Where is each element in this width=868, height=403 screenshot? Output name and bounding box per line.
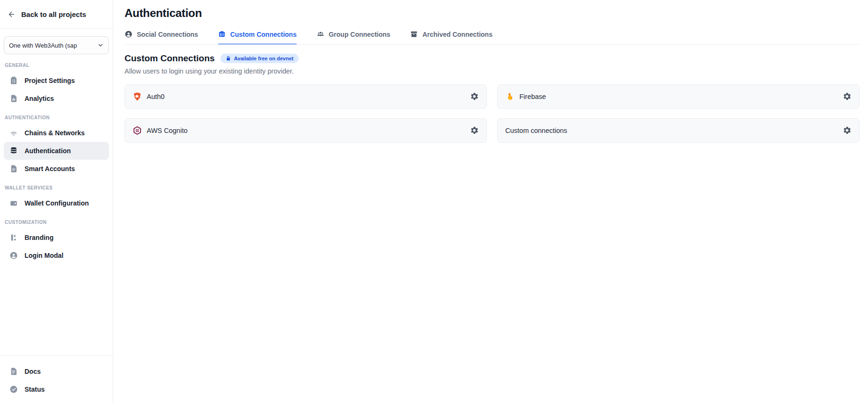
page-title: Authentication bbox=[125, 7, 860, 20]
gear-icon bbox=[470, 92, 479, 101]
clipboard-icon bbox=[9, 76, 18, 85]
connection-card-label: Firebase bbox=[519, 93, 546, 100]
lock-icon bbox=[225, 56, 231, 61]
sidebar-item-project-settings[interactable]: Project Settings bbox=[4, 72, 109, 90]
tab-social-connections[interactable]: Social Connections bbox=[125, 30, 198, 44]
sidebar-item-branding[interactable]: Branding bbox=[4, 229, 109, 247]
connection-card-left: Auth0 bbox=[133, 92, 165, 101]
sidebar-item-label: Login Modal bbox=[25, 252, 63, 259]
auth0-icon bbox=[133, 92, 142, 101]
connection-card-left: Firebase bbox=[505, 92, 546, 101]
connection-card-custom-connections[interactable]: Custom connections bbox=[497, 118, 860, 143]
file-icon bbox=[9, 164, 18, 173]
sidebar-item-smart-accounts[interactable]: Smart Accounts bbox=[4, 160, 109, 178]
sidebar-section-label-authentication: AUTHENTICATION bbox=[5, 115, 108, 120]
wallet-icon bbox=[9, 199, 18, 207]
sidebar-item-label: Docs bbox=[25, 368, 41, 375]
sidebar-item-label: Chains & Networks bbox=[25, 129, 85, 137]
connection-card-left: Custom connections bbox=[505, 127, 567, 134]
connection-card-label: AWS Cognito bbox=[147, 127, 188, 134]
connection-card-label: Auth0 bbox=[147, 93, 165, 100]
database-icon bbox=[9, 147, 18, 155]
firebase-settings-button[interactable] bbox=[842, 92, 851, 101]
back-to-projects-link[interactable]: Back to all projects bbox=[0, 0, 113, 29]
analytics-icon bbox=[9, 94, 18, 103]
id-badge-icon bbox=[218, 30, 226, 38]
sidebar-footer: DocsStatus bbox=[0, 355, 113, 403]
sidebar-item-label: Project Settings bbox=[25, 77, 75, 84]
devnet-badge: Available free on devnet bbox=[220, 54, 299, 63]
connection-card-label: Custom connections bbox=[505, 127, 567, 134]
tab-label: Group Connections bbox=[329, 31, 391, 38]
back-label: Back to all projects bbox=[21, 10, 86, 18]
sidebar-item-label: Wallet Configuration bbox=[25, 199, 89, 207]
sidebar-item-chains-networks[interactable]: Chains & Networks bbox=[4, 124, 109, 142]
project-selector[interactable]: One with Web3Auth (sap bbox=[4, 36, 109, 54]
section-subtitle: Allow users to login using your existing… bbox=[125, 67, 860, 75]
auth0-settings-button[interactable] bbox=[469, 92, 479, 101]
sidebar-item-label: Authentication bbox=[25, 147, 71, 155]
sidebar-section-label-customization: CUSTOMIZATION bbox=[5, 220, 108, 225]
sidebar-item-label: Status bbox=[25, 386, 45, 393]
tab-label: Custom Connections bbox=[230, 31, 297, 38]
sidebar: Back to all projects One with Web3Auth (… bbox=[0, 0, 113, 403]
sidebar-nav: GENERALProject SettingsAnalyticsAUTHENTI… bbox=[0, 54, 113, 355]
connection-card-auth0[interactable]: Auth0 bbox=[125, 84, 487, 109]
sidebar-item-wallet-configuration[interactable]: Wallet Configuration bbox=[4, 194, 109, 212]
chevron-down-icon bbox=[97, 42, 104, 49]
sidebar-item-label: Branding bbox=[25, 234, 53, 241]
firebase-icon bbox=[505, 92, 515, 101]
sidebar-item-status[interactable]: Status bbox=[4, 380, 109, 398]
custom-connections-settings-button[interactable] bbox=[842, 126, 851, 135]
tab-custom-connections[interactable]: Custom Connections bbox=[218, 30, 297, 44]
connection-card-left: AWS Cognito bbox=[133, 126, 188, 135]
gear-icon bbox=[470, 126, 479, 135]
devnet-badge-label: Available free on devnet bbox=[234, 56, 293, 61]
app-root: Back to all projects One with Web3Auth (… bbox=[0, 0, 868, 403]
aws-cognito-settings-button[interactable] bbox=[469, 126, 479, 135]
docs-icon bbox=[9, 367, 18, 376]
tab-label: Archived Connections bbox=[422, 31, 492, 38]
branding-icon bbox=[9, 233, 18, 242]
sidebar-item-label: Analytics bbox=[25, 95, 54, 102]
tab-group-connections[interactable]: Group Connections bbox=[317, 30, 391, 44]
sidebar-item-docs[interactable]: Docs bbox=[4, 362, 109, 380]
user-circle-icon bbox=[9, 251, 18, 260]
sidebar-section-label-general: GENERAL bbox=[5, 63, 108, 68]
gear-icon bbox=[843, 92, 851, 101]
aws-cognito-icon bbox=[133, 126, 142, 135]
social-icon bbox=[125, 30, 133, 38]
sidebar-item-analytics[interactable]: Analytics bbox=[4, 90, 109, 107]
group-icon bbox=[317, 30, 325, 38]
sidebar-item-label: Smart Accounts bbox=[25, 165, 75, 173]
wifi-icon bbox=[9, 129, 18, 137]
connection-card-aws-cognito[interactable]: AWS Cognito bbox=[125, 118, 487, 143]
sidebar-item-login-modal[interactable]: Login Modal bbox=[4, 247, 109, 264]
section-head: Custom Connections Available free on dev… bbox=[125, 53, 860, 64]
sidebar-section-label-wallet-services: WALLET SERVICES bbox=[5, 185, 108, 190]
tab-bar: Social ConnectionsCustom ConnectionsGrou… bbox=[125, 30, 860, 45]
tab-label: Social Connections bbox=[137, 31, 198, 38]
tab-archived-connections[interactable]: Archived Connections bbox=[410, 30, 492, 44]
section-heading: Custom Connections bbox=[125, 53, 215, 64]
main-content: Authentication Social ConnectionsCustom … bbox=[113, 0, 868, 403]
project-selector-value: One with Web3Auth (sap bbox=[9, 42, 94, 49]
arrow-left-icon bbox=[8, 10, 16, 18]
connection-cards: Auth0FirebaseAWS CognitoCustom connectio… bbox=[125, 84, 860, 143]
connection-card-firebase[interactable]: Firebase bbox=[497, 84, 860, 109]
sidebar-item-authentication[interactable]: Authentication bbox=[4, 142, 109, 160]
status-icon bbox=[9, 385, 18, 394]
gear-icon bbox=[843, 126, 851, 135]
archive-icon bbox=[410, 30, 418, 38]
